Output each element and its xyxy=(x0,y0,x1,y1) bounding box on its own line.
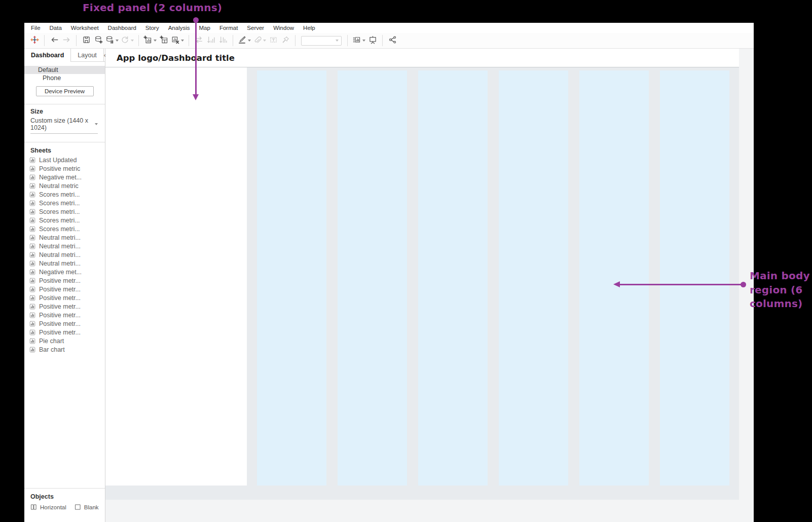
back-arrow-icon xyxy=(50,35,59,46)
refresh-data-button[interactable] xyxy=(120,34,135,47)
sort-descending-button[interactable] xyxy=(217,34,229,47)
swap-axes-button[interactable] xyxy=(193,34,205,47)
annotation-arrow-line xyxy=(620,284,743,285)
sheet-item[interactable]: Positive metr... xyxy=(24,293,105,302)
object-item-blank[interactable]: Blank xyxy=(75,504,99,510)
menu-worksheet[interactable]: Worksheet xyxy=(66,23,103,33)
pin-button[interactable] xyxy=(279,34,291,47)
menu-analysis[interactable]: Analysis xyxy=(164,23,195,33)
clear-sheet-button[interactable] xyxy=(170,34,185,47)
dashboard-title-zone[interactable]: App logo/Dashboard title xyxy=(105,49,739,67)
menu-data[interactable]: Data xyxy=(45,23,66,33)
toolbar-separator xyxy=(382,35,383,46)
device-item-default[interactable]: Default xyxy=(24,66,105,74)
objects-row: HorizontalBlank xyxy=(24,504,105,510)
toolbar xyxy=(24,33,754,49)
main-body-column[interactable] xyxy=(579,70,649,486)
forward-arrow-button[interactable] xyxy=(60,34,72,47)
size-dropdown-value: Custom size (1440 x 1024) xyxy=(30,117,93,131)
worksheet-icon xyxy=(29,278,35,284)
sheet-item[interactable]: Neutral metri... xyxy=(24,242,105,250)
main-body-column[interactable] xyxy=(499,70,568,486)
share-icon xyxy=(388,35,397,46)
sheet-item-label: Positive metr... xyxy=(39,277,81,284)
main-body-column[interactable] xyxy=(418,70,488,486)
device-preview-button[interactable]: Device Preview xyxy=(36,86,94,96)
save-icon xyxy=(82,35,91,46)
new-data-source-button[interactable] xyxy=(92,34,104,47)
menu-server[interactable]: Server xyxy=(242,23,269,33)
sheet-item[interactable]: Negative met... xyxy=(24,173,105,181)
main-body-column[interactable] xyxy=(660,70,729,486)
device-item-phone[interactable]: Phone xyxy=(24,74,105,82)
sheet-item[interactable]: Scores metri... xyxy=(24,190,105,199)
sheet-item[interactable]: Scores metri... xyxy=(24,207,105,216)
sheet-item[interactable]: Bar chart xyxy=(24,345,105,354)
menu-dashboard[interactable]: Dashboard xyxy=(103,23,141,33)
main-body-column[interactable] xyxy=(338,70,407,486)
sheet-item[interactable]: Scores metri... xyxy=(24,199,105,207)
object-item-label: Horizontal xyxy=(40,504,66,510)
menu-file[interactable]: File xyxy=(26,23,45,33)
sheet-item[interactable]: Positive metr... xyxy=(24,302,105,311)
menu-format[interactable]: Format xyxy=(215,23,242,33)
sheet-item[interactable]: Pie chart xyxy=(24,337,105,345)
tab-layout[interactable]: Layout xyxy=(70,49,103,62)
toolbar-separator xyxy=(76,35,77,46)
fixed-panel-zone[interactable] xyxy=(105,67,247,486)
sheet-item-label: Positive metr... xyxy=(39,320,81,327)
object-item-horizontal[interactable]: Horizontal xyxy=(30,504,66,510)
worksheet-icon xyxy=(29,209,35,215)
worksheet-icon xyxy=(29,304,35,310)
size-dropdown[interactable]: Custom size (1440 x 1024) xyxy=(30,117,98,134)
highlighter-button[interactable] xyxy=(237,34,252,47)
sheet-item-label: Positive metric xyxy=(39,165,80,172)
sheet-item-label: Neutral metri... xyxy=(39,243,81,250)
objects-section: Objects HorizontalBlank xyxy=(24,488,105,510)
tab-dashboard[interactable]: Dashboard xyxy=(24,49,70,62)
chevron-down-icon xyxy=(362,40,365,42)
share-button[interactable] xyxy=(386,34,398,47)
chevron-down-icon xyxy=(336,40,339,42)
tableau-logo-button[interactable] xyxy=(28,34,41,47)
pause-data-updates-icon xyxy=(105,35,114,46)
new-dashboard-button[interactable] xyxy=(158,34,170,47)
annotation-fixed-panel-label: Fixed panel (2 columns) xyxy=(83,2,222,14)
fit-dropdown[interactable] xyxy=(301,36,342,46)
sheet-item[interactable]: Positive metr... xyxy=(24,311,105,319)
new-worksheet-button[interactable] xyxy=(142,34,158,47)
sheet-item[interactable]: Scores metri... xyxy=(24,216,105,225)
save-button[interactable] xyxy=(80,34,92,47)
paperclip-button[interactable] xyxy=(252,34,267,47)
sheet-item[interactable]: Positive metric xyxy=(24,164,105,173)
main-body-column[interactable] xyxy=(257,70,326,486)
worksheet-icon xyxy=(29,217,35,223)
back-arrow-button[interactable] xyxy=(48,34,60,47)
paperclip-icon xyxy=(253,35,262,46)
pause-data-updates-button[interactable] xyxy=(104,34,120,47)
presentation-mode-button[interactable] xyxy=(366,34,379,47)
menu-help[interactable]: Help xyxy=(299,23,320,33)
toolbar-separator xyxy=(138,35,139,46)
show-cards-button[interactable] xyxy=(351,34,366,47)
sheet-item[interactable]: Neutral metri... xyxy=(24,250,105,259)
sheet-item[interactable]: Scores metri... xyxy=(24,225,105,233)
sheet-item[interactable]: Neutral metri... xyxy=(24,259,105,268)
sort-ascending-button[interactable] xyxy=(205,34,217,47)
sheet-item[interactable]: Positive metr... xyxy=(24,276,105,285)
menu-map[interactable]: Map xyxy=(195,23,215,33)
text-label-button[interactable] xyxy=(267,34,279,47)
divider xyxy=(24,104,105,104)
sheet-item[interactable]: Positive metr... xyxy=(24,285,105,293)
menu-story[interactable]: Story xyxy=(141,23,164,33)
forward-arrow-icon xyxy=(62,35,71,46)
sheet-item[interactable]: Positive metr... xyxy=(24,319,105,328)
sheet-item[interactable]: Neutral metri... xyxy=(24,233,105,242)
sheet-item[interactable]: Negative met... xyxy=(24,268,105,276)
worksheet-icon xyxy=(29,347,35,353)
sheet-item[interactable]: Last Updated xyxy=(24,156,105,164)
sheet-item[interactable]: Neutral metric xyxy=(24,181,105,190)
menu-window[interactable]: Window xyxy=(269,23,299,33)
sheet-item-label: Last Updated xyxy=(39,157,77,164)
sheet-item[interactable]: Positive metr... xyxy=(24,328,105,337)
